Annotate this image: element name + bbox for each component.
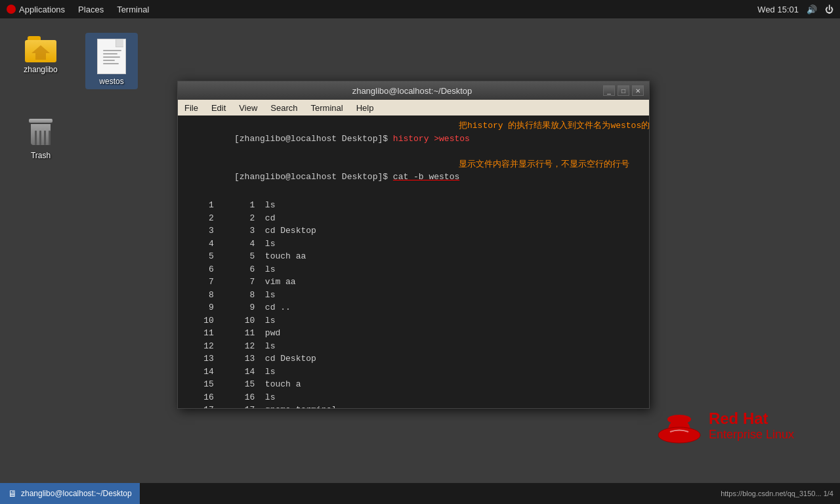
menu-help[interactable]: Help	[350, 102, 381, 114]
taskbar: 🖥 zhanglibo@localhost:~/Desktop https://…	[0, 483, 840, 504]
redhat-name: Red Hat	[709, 410, 794, 428]
svg-marker-0	[32, 45, 50, 60]
top-panel: Applications Places Terminal Wed 15:01 🔊…	[0, 0, 840, 18]
home-folder-icon[interactable]: zhanglibo	[14, 33, 67, 77]
terminal-line-1: [zhanglibo@localhost Desktop]$ history >…	[183, 119, 470, 158]
terminal-content[interactable]: [zhanglibo@localhost Desktop]$ history >…	[178, 116, 649, 408]
taskbar-terminal-icon: 🖥	[8, 488, 17, 499]
applications-label: Applications	[19, 5, 65, 14]
terminal-title: zhanglibo@localhost:~/Desktop	[222, 86, 602, 96]
content-line-4: 4 4 ls	[183, 238, 644, 251]
cmd-1: history >westos	[393, 134, 470, 144]
content-line-16: 16 16 ls	[183, 391, 644, 404]
taskbar-terminal-label: zhanglibo@localhost:~/Desktop	[21, 489, 132, 498]
content-line-6: 6 6 ls	[183, 263, 644, 276]
trash-icon-label: Trash	[31, 151, 51, 160]
folder-image	[25, 36, 56, 62]
prompt-1: [zhanglibo@localhost Desktop]$	[234, 134, 393, 144]
svg-point-2	[667, 415, 691, 424]
clock: Wed 15:01	[757, 5, 799, 14]
taskbar-right-info: https://blog.csdn.net/qq_3150... 1/4	[721, 490, 833, 497]
close-button[interactable]: ✕	[632, 85, 644, 96]
content-line-8: 8 8 ls	[183, 289, 644, 302]
content-line-7: 7 7 vim aa	[183, 276, 644, 289]
applications-menu[interactable]: Applications	[0, 2, 72, 17]
redhat-hat-svg	[658, 408, 701, 444]
content-line-5: 5 5 touch aa	[183, 250, 644, 263]
terminal-titlebar: zhanglibo@localhost:~/Desktop _ □ ✕	[178, 81, 649, 100]
terminal-window: zhanglibo@localhost:~/Desktop _ □ ✕ File…	[177, 81, 650, 409]
taskbar-terminal-item[interactable]: 🖥 zhanglibo@localhost:~/Desktop	[0, 483, 140, 504]
menu-view[interactable]: View	[232, 102, 264, 114]
redhat-enterprise: Enterprise Linux	[709, 428, 794, 442]
content-line-14: 14 14 ls	[183, 366, 644, 379]
power-icon[interactable]: ⏻	[825, 5, 833, 14]
westos-icon-label: westos	[99, 77, 123, 86]
menu-terminal[interactable]: Terminal	[304, 102, 350, 114]
places-label: Places	[78, 5, 104, 14]
content-line-17: 17 17 gnome-terminal	[183, 404, 644, 408]
redhat-text: Red Hat Enterprise Linux	[709, 410, 794, 442]
annotation-2: 显示文件内容并显示行号，不显示空行的行号	[459, 158, 629, 170]
places-menu[interactable]: Places	[72, 2, 110, 17]
content-line-2: 2 2 cd	[183, 212, 644, 225]
maximize-button[interactable]: □	[618, 85, 629, 96]
content-line-11: 11 11 pwd	[183, 327, 644, 340]
terminal-label: Terminal	[117, 5, 149, 14]
home-icon-label: zhanglibo	[24, 65, 57, 74]
prompt-2: [zhanglibo@localhost Desktop]$	[234, 172, 393, 182]
content-line-3: 3 3 cd Desktop	[183, 224, 644, 238]
cmd-2: cat -b westos	[393, 172, 459, 182]
desktop: zhanglibo westos	[0, 18, 840, 483]
terminal-menubar: File Edit View Search Terminal Help	[178, 100, 649, 116]
content-line-13: 13 13 cd Desktop	[183, 352, 644, 366]
redhat-logo: Red Hat Enterprise Linux	[658, 408, 794, 444]
content-line-10: 10 10 ls	[183, 314, 644, 327]
content-line-15: 15 15 touch a	[183, 378, 644, 391]
terminal-menu-top[interactable]: Terminal	[110, 2, 156, 17]
house-svg	[32, 45, 50, 60]
menu-search[interactable]: Search	[264, 102, 304, 114]
volume-icon: 🔊	[807, 5, 817, 14]
trash-icon[interactable]: Trash	[14, 114, 67, 163]
taskbar-url-info: https://blog.csdn.net/qq_3150... 1/4	[721, 490, 833, 497]
menu-file[interactable]: File	[178, 102, 205, 114]
annotation-1: 把history 的执行结果放入到文件名为westos的文件中	[459, 119, 649, 131]
content-line-12: 12 12 ls	[183, 340, 644, 353]
document-image	[96, 36, 127, 74]
terminal-line-2: [zhanglibo@localhost Desktop]$ cat -b we…	[183, 158, 459, 197]
redhat-icon	[7, 5, 16, 14]
minimize-button[interactable]: _	[603, 85, 615, 96]
trash-image	[25, 117, 56, 148]
menu-edit[interactable]: Edit	[205, 102, 232, 114]
westos-file-icon[interactable]: westos	[85, 33, 138, 89]
content-line-9: 9 9 cd ..	[183, 301, 644, 314]
content-line-1: 1 1 ls	[183, 199, 644, 212]
